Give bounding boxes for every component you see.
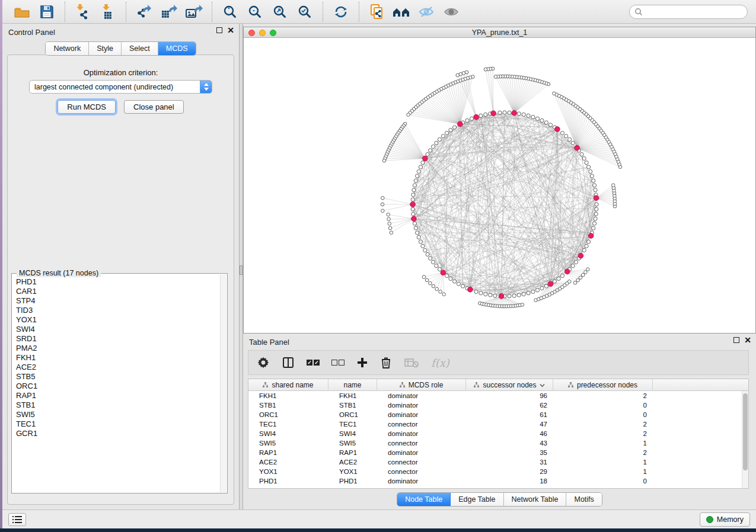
close-panel-button[interactable]: Close panel — [124, 100, 184, 114]
delete-table-icon-disabled — [404, 354, 419, 371]
network-view-window: YPA_prune.txt_1 — [243, 27, 756, 334]
task-history-button[interactable] — [8, 513, 26, 526]
table-cell: SWI4 — [248, 430, 328, 437]
result-item[interactable]: STP4 — [16, 296, 220, 306]
memory-button[interactable]: Memory — [700, 512, 750, 527]
table-row[interactable]: TEC1TEC1connector472 — [248, 419, 742, 429]
show-all-icon[interactable] — [439, 2, 464, 22]
table-row[interactable]: SWI5SWI5connector431 — [248, 438, 742, 448]
result-item[interactable]: STB5 — [16, 372, 220, 382]
select-all-icon[interactable]: ✓✓ — [307, 354, 320, 371]
table-panel: Table Panel ✕ ✓✓ ✓✓ f(x) shared namename… — [243, 334, 756, 509]
network-canvas[interactable] — [244, 38, 755, 333]
result-item[interactable]: SWI5 — [16, 410, 220, 419]
table-scrollbar[interactable] — [742, 391, 748, 488]
table-row[interactable]: RAP1RAP1dominator352 — [248, 448, 742, 457]
table-row[interactable]: ORC1ORC1dominator610 — [248, 410, 742, 419]
result-item[interactable]: RAP1 — [16, 391, 220, 400]
columns-icon[interactable] — [282, 354, 295, 371]
table-row[interactable]: PHD1PHD1dominator180 — [248, 476, 742, 486]
gear-icon[interactable] — [257, 354, 270, 371]
hide-selected-icon[interactable] — [414, 2, 439, 22]
close-table-panel-icon[interactable]: ✕ — [744, 337, 751, 343]
result-item[interactable]: TEC1 — [16, 419, 220, 429]
float-table-panel-icon[interactable] — [733, 337, 739, 343]
table-cell: 1 — [553, 440, 653, 447]
zoom-fit-icon[interactable] — [267, 2, 292, 22]
table-tab-motifs[interactable]: Motifs — [566, 493, 601, 506]
criterion-value: largest connected component (undirected) — [30, 83, 200, 91]
export-network-icon[interactable] — [132, 2, 157, 22]
table-tab-edge-table[interactable]: Edge Table — [451, 493, 503, 506]
table-row[interactable]: YOX1YOX1connector291 — [248, 467, 742, 476]
result-item[interactable]: ACE2 — [16, 363, 220, 372]
tab-style[interactable]: Style — [89, 42, 122, 55]
tab-select[interactable]: Select — [122, 42, 158, 55]
import-table-icon[interactable] — [95, 2, 120, 22]
table-row[interactable]: ACE2ACE2connector311 — [248, 457, 742, 467]
table-row[interactable]: FKH1FKH1dominator962 — [248, 391, 742, 400]
column-label: successor nodes — [483, 381, 536, 389]
vertical-splitter[interactable] — [239, 24, 243, 509]
table-cell: 0 — [553, 402, 653, 409]
result-item[interactable]: ORC1 — [16, 382, 220, 391]
network-title: YPA_prune.txt_1 — [244, 28, 755, 37]
table-cell: FKH1 — [328, 392, 377, 399]
dropdown-stepper-icon — [200, 80, 212, 94]
deselect-all-icon[interactable]: ✓✓ — [331, 354, 344, 371]
result-item[interactable]: STB1 — [16, 400, 220, 410]
save-icon[interactable] — [34, 2, 59, 22]
column-header-shared-name[interactable]: shared name — [248, 379, 328, 391]
table-row[interactable]: STB1STB1dominator620 — [248, 400, 742, 410]
result-list-scrollbar[interactable] — [220, 274, 227, 492]
tab-network[interactable]: Network — [46, 42, 89, 55]
table-row[interactable]: SWI4SWI4dominator462 — [248, 429, 742, 438]
table-cell: 29 — [466, 468, 553, 475]
zoom-out-icon[interactable] — [243, 2, 267, 22]
export-table-icon[interactable] — [157, 2, 181, 22]
run-mcds-button[interactable]: Run MCDS — [58, 100, 116, 114]
table-tab-node-table[interactable]: Node Table — [397, 493, 451, 506]
scrollbar-thumb[interactable] — [743, 393, 748, 470]
add-column-icon[interactable] — [356, 354, 368, 371]
column-header-name[interactable]: name — [328, 379, 377, 391]
network-from-selection-icon[interactable] — [365, 2, 390, 22]
column-header-MCDS-role[interactable]: MCDS role — [377, 379, 466, 391]
splitter-handle[interactable] — [240, 265, 243, 275]
table-cell: connector — [377, 459, 466, 466]
search-input[interactable] — [646, 8, 741, 16]
search-field[interactable] — [629, 5, 748, 19]
zoom-selected-icon[interactable] — [292, 2, 317, 22]
result-item[interactable]: TID3 — [16, 306, 220, 315]
table-cell: SWI4 — [328, 430, 377, 437]
column-header-successor-nodes[interactable]: successor nodes — [466, 379, 553, 391]
apply-layout-icon[interactable] — [328, 2, 353, 22]
tab-mcds[interactable]: MCDS — [158, 42, 196, 55]
result-item[interactable]: PHD1 — [16, 277, 220, 287]
close-panel-icon[interactable]: ✕ — [227, 27, 234, 33]
table-cell: RAP1 — [328, 449, 377, 456]
table-cell: ORC1 — [328, 411, 377, 418]
export-image-icon[interactable] — [181, 2, 206, 22]
result-item[interactable]: FKH1 — [16, 353, 220, 363]
result-item[interactable]: SRD1 — [16, 334, 220, 344]
node-table-body: FKH1FKH1dominator962STB1STB1dominator620… — [248, 391, 742, 488]
result-item[interactable]: CAR1 — [16, 287, 220, 296]
result-item[interactable]: YOX1 — [16, 315, 220, 325]
result-item[interactable]: GCR1 — [16, 429, 220, 438]
table-tab-network-table[interactable]: Network Table — [504, 493, 567, 506]
zoom-in-icon[interactable] — [218, 2, 243, 22]
criterion-dropdown[interactable]: largest connected component (undirected) — [29, 80, 212, 94]
result-item[interactable]: PMA2 — [16, 344, 220, 353]
result-item[interactable]: SWI4 — [16, 325, 220, 334]
column-label: shared name — [272, 381, 313, 389]
node-table: shared namenameMCDS rolesuccessor nodesp… — [248, 379, 749, 489]
table-cell: YOX1 — [328, 468, 377, 475]
import-network-icon[interactable] — [71, 2, 95, 22]
network-titlebar[interactable]: YPA_prune.txt_1 — [244, 27, 755, 38]
float-panel-icon[interactable] — [216, 27, 222, 33]
column-header-predecessor-nodes[interactable]: predecessor nodes — [553, 379, 653, 391]
open-folder-icon[interactable] — [9, 2, 34, 22]
first-neighbors-icon[interactable] — [390, 2, 414, 22]
delete-icon[interactable] — [380, 354, 392, 371]
